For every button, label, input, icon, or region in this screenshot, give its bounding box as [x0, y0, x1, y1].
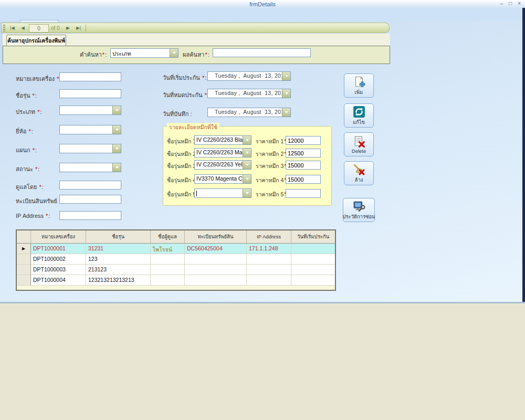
delete-button[interactable]: Delete: [344, 132, 374, 156]
brand-label: ยี่ห้อ *:: [16, 127, 33, 136]
grid-header-model[interactable]: ชื่อรุ่น: [86, 230, 151, 244]
brand-combobox[interactable]: [59, 125, 121, 134]
tab-strip: Hardware: [0, 9, 525, 22]
dropdown-arrow-icon: [243, 136, 251, 144]
dropdown-arrow-icon: [243, 161, 251, 169]
repair-history-button[interactable]: ประวัติการซ่อม: [343, 198, 375, 222]
dropdown-arrow-icon: [170, 49, 178, 57]
row-selector-cell[interactable]: [17, 275, 31, 286]
clear-button[interactable]: ล้าง: [344, 161, 374, 185]
record-date-datepicker[interactable]: Tuesday , August 13, 2013: [207, 108, 291, 117]
window-title: frmDetails: [0, 1, 525, 7]
add-button[interactable]: เพิ่ม: [344, 74, 374, 98]
search-result-input[interactable]: [213, 48, 311, 57]
record-position-input[interactable]: [29, 24, 49, 33]
dropdown-arrow-icon: [112, 125, 121, 134]
ink4-price-input[interactable]: [286, 175, 321, 184]
grid-row-selected[interactable]: ▶ DPT1000001 31231 ไพโรจน์ DC560425004 1…: [17, 244, 335, 254]
department-combobox[interactable]: [59, 144, 121, 153]
ink2-price-input[interactable]: [286, 149, 321, 158]
ink2-name-combobox[interactable]: IV C2260/2263 Magenta: [194, 148, 251, 158]
dropdown-arrow-icon: [243, 189, 251, 197]
caretaker-label: ดูแลโดย *:: [16, 182, 44, 192]
grid-corner-cell[interactable]: [17, 230, 31, 244]
ink3-price-input[interactable]: [286, 161, 321, 170]
dropdown-arrow-icon: [112, 144, 121, 153]
dropdown-arrow-icon: [243, 149, 251, 157]
search-keyword-combobox[interactable]: ประเภท: [110, 48, 178, 58]
minimize-button[interactable]: –: [500, 1, 503, 6]
repair-history-icon: [353, 200, 365, 213]
record-navigator-toolbar: |◀ ◀ of 0 ▶ ▶|: [1, 23, 390, 33]
ip-address-input[interactable]: [59, 211, 121, 220]
record-date-label: วันที่บันทึก :: [163, 109, 192, 119]
asset-no-label: ทะเบียนสินทรัพย์ *:: [16, 196, 64, 206]
type-combobox[interactable]: [59, 106, 121, 115]
machine-no-label: หมายเลขเครื่อง *:: [16, 74, 61, 83]
application-window: frmDetails – □ × Hardware |◀ ◀ of 0 ▶ ▶|…: [0, 0, 525, 420]
maximize-button[interactable]: □: [509, 1, 512, 6]
grid-header-warranty-start[interactable]: วันที่เริ่มประกัน: [291, 230, 335, 244]
warranty-end-datepicker[interactable]: Tuesday , August 13, 2013: [207, 89, 291, 98]
warranty-start-datepicker[interactable]: Tuesday , August 13, 2013: [207, 71, 291, 81]
ink3-price-label: ราคาหมึก 3*:: [256, 162, 288, 171]
department-label: แผนก *:: [16, 145, 37, 155]
model-name-label: ชื่อรุ่น *:: [16, 91, 37, 100]
grid-row[interactable]: DPT1000002 123: [17, 254, 335, 265]
ink5-name-combobox[interactable]: [194, 188, 251, 198]
dropdown-arrow-icon: [112, 163, 121, 172]
move-first-button[interactable]: |◀: [7, 24, 17, 32]
model-name-input[interactable]: [59, 89, 121, 98]
type-label: ประเภท *:: [16, 107, 41, 117]
move-next-button[interactable]: ▶: [63, 24, 73, 32]
clear-icon: [353, 163, 365, 176]
dropdown-arrow-icon: [282, 72, 290, 80]
titlebar: frmDetails – □ ×: [0, 0, 525, 9]
machine-no-input[interactable]: [59, 72, 121, 81]
grid-row[interactable]: DPT1000004 123213213213213: [17, 275, 335, 286]
status-combobox[interactable]: [59, 163, 121, 172]
warranty-end-label: วันที่หมดประกัน *:: [163, 90, 209, 100]
row-selector-cell[interactable]: ▶: [17, 244, 31, 254]
dropdown-arrow-icon: [282, 108, 290, 117]
grid-header-row: หมายเลขเครื่อง ชื่อรุ่น ชื่อผู้ดูแล ทะเบ…: [17, 230, 335, 244]
edit-icon: [353, 106, 365, 118]
toolbar-grip-icon[interactable]: [3, 25, 5, 32]
current-row-marker-icon: ▶: [22, 246, 25, 251]
grid-header-caretaker[interactable]: ชื่อผู้ดูแล: [151, 230, 185, 244]
ink5-price-label: ราคาหมึก 5*:: [256, 190, 288, 199]
row-selector-cell[interactable]: [17, 265, 31, 275]
search-keyword-label: คำค้นหา*:: [80, 50, 107, 59]
ink1-price-label: ราคาหมึก 1*:: [256, 137, 288, 146]
move-last-button[interactable]: ▶|: [74, 24, 83, 32]
warranty-start-label: วันที่เริ่มประกัน *:: [163, 73, 206, 82]
ink1-name-combobox[interactable]: IV C2260/2263 Black C1: [194, 135, 251, 145]
toolbar-separator: [86, 25, 86, 32]
grid-header-machine-no[interactable]: หมายเลขเครื่อง: [31, 230, 86, 244]
caretaker-input[interactable]: [59, 181, 121, 190]
ink-panel-title: รายละเอียดหมึกที่ใช้: [167, 123, 219, 132]
ink3-name-combobox[interactable]: IV C2260/2263 Yellow: [194, 160, 251, 170]
grid-row[interactable]: DPT1000003 213123: [17, 265, 335, 275]
dropdown-arrow-icon: [243, 175, 251, 183]
search-result-label: ผลค้นหา*:: [183, 50, 209, 59]
move-previous-button[interactable]: ◀: [18, 24, 28, 32]
status-label: สถานะ *:: [16, 164, 39, 174]
ink2-price-label: ราคาหมึก 2*:: [256, 150, 288, 159]
ink5-price-input[interactable]: [286, 189, 321, 198]
tab-search-printer[interactable]: ค้นหาอุปกรณ์เครื่องพิมพ์: [6, 35, 66, 46]
ink4-price-label: ราคาหมึก 4*:: [256, 176, 288, 185]
asset-no-input[interactable]: [59, 195, 121, 204]
grid-header-asset[interactable]: ทะเบียนทรัพย์สิน: [185, 230, 247, 244]
dropdown-arrow-icon: [282, 89, 290, 98]
ink4-name-combobox[interactable]: IV3370 Magenta CT201:: [194, 174, 251, 184]
ink1-price-input[interactable]: [286, 136, 321, 145]
close-button[interactable]: ×: [518, 1, 521, 6]
dropdown-arrow-icon: [112, 106, 121, 114]
grid-header-ip[interactable]: IP Address: [247, 230, 291, 244]
desktop-background: [0, 303, 525, 420]
edit-button[interactable]: แก้ไข: [344, 103, 374, 128]
window-right-border: [522, 8, 525, 302]
ip-address-label: IP Address *:: [16, 213, 50, 219]
row-selector-cell[interactable]: [17, 254, 31, 265]
